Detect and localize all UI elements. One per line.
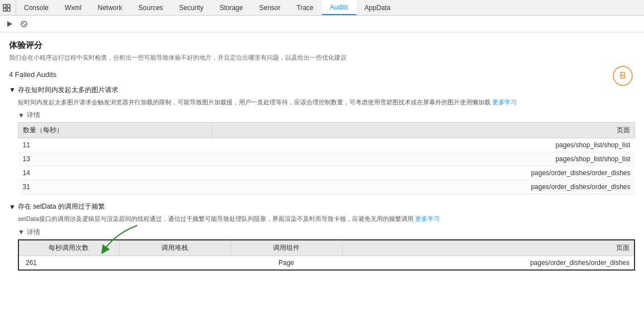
audit-1-learn-more[interactable]: 更多学习 xyxy=(492,99,517,105)
audit-1-table: 数量（每秒） 页面 11 pages/shop_list/shop_list 1… xyxy=(18,122,635,194)
cell-page: pages/order_dishes/order_dishes xyxy=(342,256,635,270)
cell-page: pages/order_dishes/order_dishes xyxy=(212,180,635,194)
audit-2-col-page: 页面 xyxy=(342,240,635,256)
audit-2-details-tri: ▼ xyxy=(18,228,25,236)
cell-count: 13 xyxy=(18,152,212,166)
table-row: 11 pages/shop_list/shop_list xyxy=(18,138,635,152)
table-row: 13 pages/shop_list/shop_list xyxy=(18,152,635,166)
audit-2-col-stack: 调用堆栈 xyxy=(119,240,230,256)
page-desc: 我们会在小程序运行过程中实时检查，分析出一些可能导致体验不好的地方，并且定位出哪… xyxy=(9,53,635,62)
audit-2-triangle: ▼ xyxy=(9,203,16,211)
tab-security[interactable]: Security xyxy=(171,0,212,15)
audit-1-triangle: ▼ xyxy=(9,86,16,94)
failed-audits-count: 4 Failed Audits xyxy=(9,70,635,79)
audit-1-desc: 短时间内发起太多图片请求会触发浏览器并行加载的限制，可能导致图片加载慢，用户一直… xyxy=(18,98,635,108)
page-title: 体验评分 xyxy=(9,40,635,51)
play-button[interactable] xyxy=(4,19,15,29)
tab-wxml[interactable]: Wxml xyxy=(57,0,90,15)
audit-2-col-calls: 每秒调用次数 xyxy=(18,240,119,256)
audit-2-desc: setData接口的调用涉及逻辑层与渲染层间的线程通过，通信过于频繁可能导致处理… xyxy=(18,214,635,224)
audit-2-header[interactable]: ▼ 存在 setData 的调用过于频繁 xyxy=(9,201,635,213)
tab-appdata[interactable]: AppData xyxy=(357,0,399,15)
tab-sources[interactable]: Sources xyxy=(131,0,171,15)
audit-2-details-toggle[interactable]: ▼ 详情 xyxy=(18,228,635,237)
audit-2-table: 每秒调用次数 调用堆栈 调用组件 页面 261 Page pages/order… xyxy=(18,239,635,271)
tab-console[interactable]: Console xyxy=(16,0,57,15)
cell-count: 14 xyxy=(18,166,212,180)
tab-network[interactable]: Network xyxy=(90,0,131,15)
svg-rect-3 xyxy=(7,8,10,11)
audit-2-title: 存在 setData 的调用过于频繁 xyxy=(18,202,105,211)
tab-storage[interactable]: Storage xyxy=(212,0,251,15)
toolbar-left xyxy=(2,0,16,15)
audit-1-details-label: 详情 xyxy=(27,110,40,120)
audit-1-details-toggle[interactable]: ▼ 详情 xyxy=(18,110,635,120)
arrow-annotation-container: 每秒调用次数 调用堆栈 调用组件 页面 261 Page pages/order… xyxy=(9,239,635,271)
svg-marker-4 xyxy=(7,21,12,27)
audit-2-learn-more[interactable]: 更多学习 xyxy=(415,215,440,222)
table-row: 261 Page pages/order_dishes/order_dishes xyxy=(18,256,635,270)
cell-stack xyxy=(119,256,230,270)
tab-list: Console Wxml Network Sources Security St… xyxy=(16,0,399,15)
audit-section-2: ▼ 存在 setData 的调用过于频繁 setData接口的调用涉及逻辑层与渲… xyxy=(9,201,635,271)
inspect-icon[interactable] xyxy=(2,3,11,12)
cell-calls: 261 xyxy=(18,256,119,270)
avatar: B xyxy=(613,66,633,86)
audit-2-col-component: 调用组件 xyxy=(230,240,342,256)
cell-component: Page xyxy=(230,256,342,270)
cell-page: pages/shop_list/shop_list xyxy=(212,152,635,166)
tab-sensor[interactable]: Sensor xyxy=(251,0,289,15)
svg-rect-1 xyxy=(7,4,10,7)
toolbar xyxy=(0,16,644,32)
audit-1-details-tri: ▼ xyxy=(18,112,25,119)
cell-page: pages/shop_list/shop_list xyxy=(212,138,635,152)
table-row: 31 pages/order_dishes/order_dishes xyxy=(18,180,635,194)
svg-rect-0 xyxy=(3,4,6,7)
svg-rect-2 xyxy=(3,8,6,11)
audit-2-details-label: 详情 xyxy=(27,228,40,237)
table-row: 14 pages/order_dishes/order_dishes xyxy=(18,166,635,180)
cell-count: 31 xyxy=(18,180,212,194)
cell-count: 11 xyxy=(18,138,212,152)
tab-trace[interactable]: Trace xyxy=(289,0,322,15)
stop-button[interactable] xyxy=(19,19,29,29)
tab-bar: Console Wxml Network Sources Security St… xyxy=(0,0,644,16)
tab-audits[interactable]: Audits xyxy=(322,0,357,15)
main-content: B 体验评分 我们会在小程序运行过程中实时检查，分析出一些可能导致体验不好的地方… xyxy=(0,32,644,318)
audit-1-col-page: 页面 xyxy=(212,123,635,138)
audit-1-col-count: 数量（每秒） xyxy=(18,123,212,138)
svg-line-6 xyxy=(23,23,25,25)
cell-page: pages/order_dishes/order_dishes xyxy=(212,166,635,180)
audit-1-header[interactable]: ▼ 存在短时间内发起太多的图片请求 xyxy=(9,84,635,96)
audit-1-title: 存在短时间内发起太多的图片请求 xyxy=(18,85,118,95)
audit-section-1: ▼ 存在短时间内发起太多的图片请求 短时间内发起太多图片请求会触发浏览器并行加载… xyxy=(9,84,635,195)
